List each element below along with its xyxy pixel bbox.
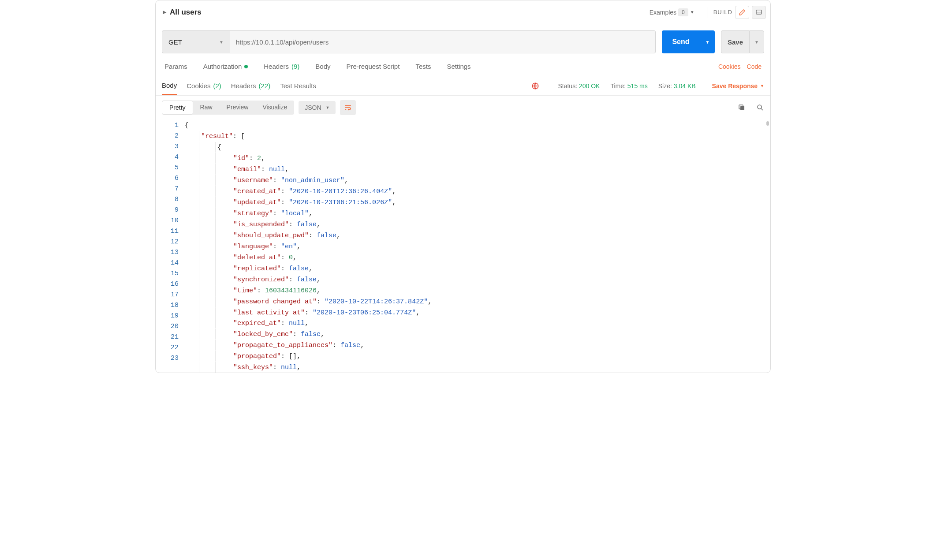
examples-label[interactable]: Examples: [650, 9, 676, 16]
resp-tab-body[interactable]: Body: [162, 76, 177, 95]
svg-rect-0: [756, 10, 762, 14]
resp-cookies-label: Cookies: [187, 82, 210, 90]
view-preview[interactable]: Preview: [220, 101, 256, 115]
save-button[interactable]: Save: [721, 30, 749, 53]
search-button[interactable]: [756, 104, 764, 112]
tab-headers-label: Headers: [264, 63, 289, 70]
response-body-code[interactable]: { "result": [ { "id": 2, "email": null, …: [185, 120, 770, 373]
tab-prerequest[interactable]: Pre-request Script: [347, 63, 400, 70]
layout-button[interactable]: [752, 6, 766, 19]
examples-count-badge: 0: [678, 8, 688, 16]
copy-icon: [738, 104, 746, 112]
tab-body[interactable]: Body: [315, 63, 330, 70]
tab-authorization-label: Authorization: [203, 63, 242, 70]
build-label[interactable]: BUILD: [713, 9, 732, 15]
method-dropdown[interactable]: GET ▼: [162, 30, 230, 53]
comment-mode-button[interactable]: [735, 6, 749, 19]
resp-tab-test-results[interactable]: Test Results: [280, 76, 316, 95]
send-dropdown-button[interactable]: ▼: [700, 30, 715, 53]
network-icon[interactable]: [531, 82, 539, 90]
view-visualize[interactable]: Visualize: [255, 101, 294, 115]
divider: [707, 7, 707, 18]
cookies-link[interactable]: Cookies: [718, 63, 741, 70]
resp-headers-label: Headers: [231, 82, 256, 90]
time-meta: Time: 515 ms: [610, 82, 647, 90]
url-input[interactable]: https://10.0.1.10/api/open/users: [230, 30, 656, 53]
size-meta: Size: 3.04 KB: [658, 82, 696, 90]
chevron-down-icon: ▼: [760, 84, 764, 88]
layout-icon: [755, 9, 762, 16]
pencil-icon: [739, 9, 746, 16]
format-dropdown[interactable]: JSON ▼: [299, 101, 336, 114]
format-value: JSON: [305, 104, 321, 111]
tab-headers[interactable]: Headers (9): [264, 63, 299, 70]
code-link[interactable]: Code: [747, 63, 762, 70]
request-title: All users: [170, 8, 202, 17]
tab-tests[interactable]: Tests: [415, 63, 431, 70]
copy-button[interactable]: [738, 104, 746, 112]
method-value: GET: [168, 38, 182, 46]
view-raw[interactable]: Raw: [193, 101, 220, 115]
resp-tab-cookies[interactable]: Cookies (2): [187, 76, 221, 95]
authorization-indicator-icon: [244, 65, 248, 68]
view-mode-segment: Pretty Raw Preview Visualize: [162, 101, 294, 115]
svg-point-4: [758, 105, 762, 109]
chevron-down-icon: ▼: [219, 40, 224, 45]
url-value: https://10.0.1.10/api/open/users: [236, 38, 329, 46]
svg-rect-2: [740, 106, 744, 110]
scrollbar-thumb[interactable]: [766, 121, 769, 126]
wrap-icon: [344, 104, 352, 112]
save-response-label: Save Response: [712, 82, 758, 90]
tab-params[interactable]: Params: [164, 63, 187, 70]
divider: [704, 81, 704, 91]
search-icon: [756, 104, 764, 112]
chevron-down-icon: ▼: [326, 105, 330, 110]
tab-settings[interactable]: Settings: [447, 63, 470, 70]
view-pretty[interactable]: Pretty: [162, 101, 193, 115]
resp-tab-headers[interactable]: Headers (22): [231, 76, 270, 95]
save-response-button[interactable]: Save Response ▼: [712, 82, 764, 90]
resp-cookies-count: (2): [213, 82, 221, 90]
resp-headers-count: (22): [258, 82, 270, 90]
examples-dropdown-icon[interactable]: ▼: [690, 10, 694, 15]
send-button[interactable]: Send: [662, 30, 700, 53]
tab-authorization[interactable]: Authorization: [203, 63, 248, 70]
expand-caret-icon[interactable]: ▶: [163, 9, 166, 15]
wrap-lines-button[interactable]: [340, 100, 356, 115]
line-number-gutter: 1234567891011121314151617181920212223: [156, 120, 185, 373]
tab-headers-count: (9): [291, 63, 299, 70]
save-dropdown-button[interactable]: ▼: [749, 30, 764, 53]
status-meta: Status: 200 OK: [558, 82, 600, 90]
